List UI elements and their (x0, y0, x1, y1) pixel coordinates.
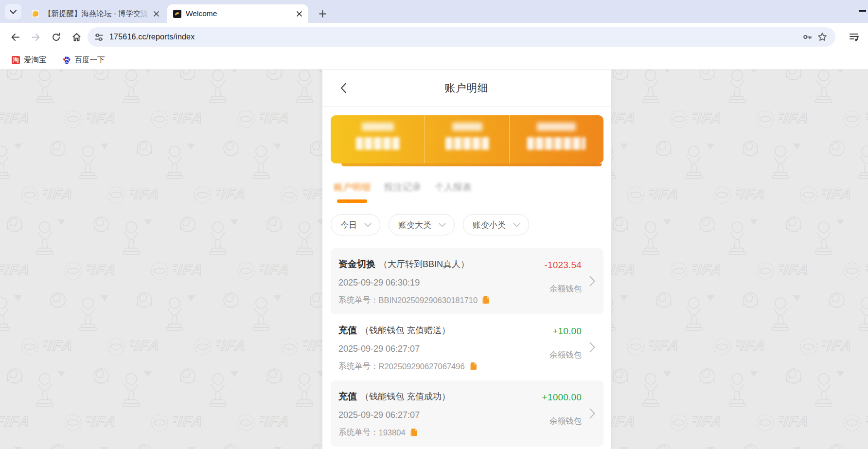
tab-title-fade (133, 4, 150, 23)
svg-text:FIFA: FIFA (736, 338, 767, 354)
svg-text:FIFA: FIFA (173, 413, 204, 430)
transaction-detail: （钱能钱包 充值赠送） (360, 324, 450, 336)
chevron-right-icon (589, 408, 595, 419)
filter-date-dropdown[interactable]: 今日 (331, 214, 380, 235)
transaction-amount: -1023.54 (544, 260, 582, 270)
svg-text:FIFA: FIFA (87, 262, 118, 278)
new-tab-button[interactable] (315, 6, 330, 21)
summary-stat-2 (425, 115, 509, 163)
svg-text:FIFA: FIFA (866, 262, 868, 278)
key-icon (803, 32, 813, 42)
copy-icon[interactable] (410, 428, 418, 437)
reload-icon (51, 32, 61, 42)
svg-text:FIFA: FIFA (216, 186, 248, 202)
svg-text:FIFA: FIFA (43, 338, 74, 354)
page-title: 账户明细 (445, 81, 489, 95)
back-arrow-icon (10, 32, 20, 42)
browser-tab-welcome[interactable]: Welcome (167, 4, 308, 23)
media-controls-button[interactable] (847, 29, 862, 45)
balance-summary-card[interactable] (331, 115, 603, 163)
blurred-stat-value (356, 137, 400, 150)
svg-text:FIFA: FIFA (822, 186, 853, 202)
svg-text:FIFA: FIFA (43, 186, 74, 202)
filter-major-category-dropdown[interactable]: 账变大类 (389, 214, 455, 235)
svg-text:FIFA: FIFA (173, 262, 204, 278)
transaction-row[interactable]: 资金切换 （大厅转到BBIN真人） 2025-09-29 06:30:19 系统… (331, 248, 603, 314)
svg-text:FIFA: FIFA (0, 110, 31, 126)
home-button[interactable] (68, 29, 85, 45)
transaction-row[interactable]: 充值 （钱能钱包 充值赠送） 2025-09-29 06:27:07 系统单号：… (331, 314, 603, 380)
svg-text:du: du (65, 60, 69, 63)
bookmark-aitaobao[interactable]: 淘 爱淘宝 (8, 53, 51, 67)
bookmark-label: 百度一下 (75, 55, 105, 65)
order-number-label: 系统单号： (338, 295, 379, 305)
active-tab-underline (337, 199, 367, 203)
page-content: FIFAFIFAFIFAFIFAFIFAFIFAFIFAFIFAFIFAFIFA… (0, 70, 868, 449)
svg-text:FIFA: FIFA (822, 338, 853, 354)
close-tab-icon[interactable] (295, 9, 303, 18)
blurred-stat-label (452, 123, 482, 131)
tab-search-button[interactable] (5, 4, 21, 19)
blurred-stat-label (362, 123, 394, 131)
transaction-type: 充值 (338, 324, 357, 337)
order-number: 193804 (379, 428, 406, 437)
chevron-down-icon (10, 10, 17, 14)
tab-account-detail[interactable]: 账户明细 (334, 181, 371, 208)
back-button-panel[interactable] (335, 80, 352, 96)
order-number-label: 系统单号： (338, 427, 379, 438)
svg-text:FIFA: FIFA (692, 413, 724, 430)
tab-title: Welcome (186, 9, 292, 18)
password-manager-button[interactable] (800, 30, 815, 44)
forward-arrow-icon (31, 32, 41, 42)
summary-card-wrap (322, 107, 611, 166)
browser-window: 【新提醒】海燕论坛 - 博学交流 Welcome (0, 0, 868, 449)
panel-header: 账户明细 (322, 70, 611, 107)
order-number: R202509290627067496 (379, 362, 465, 371)
wallet-name: 余额钱包 (544, 284, 582, 294)
baidu-paw-icon: du (62, 56, 71, 65)
chevron-down-icon (513, 223, 520, 227)
svg-text:FIFA: FIFA (866, 110, 868, 126)
forward-button[interactable] (27, 29, 44, 45)
svg-text:FIFA: FIFA (779, 413, 810, 430)
svg-text:FIFA: FIFA (736, 186, 767, 202)
svg-text:FIFA: FIFA (130, 186, 161, 202)
tab-bet-records[interactable]: 投注记录 (384, 181, 421, 208)
copy-icon[interactable] (469, 362, 477, 371)
svg-text:FIFA: FIFA (0, 262, 31, 278)
report-tabs: 账户明细 投注记录 个人报表 (322, 166, 611, 208)
chevron-right-icon (589, 342, 595, 353)
svg-text:FIFA: FIFA (216, 338, 248, 354)
minimize-button[interactable] (859, 10, 866, 12)
copy-icon[interactable] (482, 296, 490, 305)
site-settings-icon (94, 33, 104, 42)
address-bar[interactable]: 175616.cc/reports/index (88, 27, 835, 47)
svg-text:FIFA: FIFA (692, 110, 724, 126)
tab-personal-report[interactable]: 个人报表 (435, 181, 472, 208)
filter-minor-category-dropdown[interactable]: 账变小类 (463, 214, 529, 235)
svg-text:FIFA: FIFA (866, 413, 868, 430)
wallet-name: 余额钱包 (542, 416, 582, 427)
transaction-time: 2025-09-29 06:27:07 (338, 410, 569, 420)
bookmark-star-button[interactable] (815, 30, 830, 44)
transaction-row[interactable]: 充值 （钱能钱包 充值成功） 2025-09-29 06:27:07 系统单号：… (331, 380, 603, 447)
taobao-icon: 淘 (12, 56, 20, 64)
back-button[interactable] (7, 29, 23, 45)
svg-text:FIFA: FIFA (173, 110, 204, 126)
chevron-down-icon (364, 223, 372, 227)
reload-button[interactable] (48, 29, 64, 45)
order-number-label: 系统单号： (338, 361, 379, 372)
order-number: BBIN202509290630181710 (379, 296, 478, 305)
bookmark-baidu[interactable]: du 百度一下 (58, 53, 109, 67)
star-icon (817, 32, 827, 42)
svg-text:FIFA: FIFA (0, 413, 31, 430)
plus-icon (319, 10, 326, 18)
transaction-type: 充值 (338, 390, 357, 403)
svg-text:FIFA: FIFA (779, 110, 810, 126)
bookmark-label: 爱淘宝 (24, 55, 47, 65)
blurred-stat-label (537, 123, 576, 131)
url-text: 175616.cc/reports/index (109, 33, 800, 41)
blurred-stat-value (445, 137, 489, 150)
browser-tab-forum[interactable]: 【新提醒】海燕论坛 - 博学交流 (25, 4, 165, 23)
close-tab-icon[interactable] (152, 9, 160, 18)
